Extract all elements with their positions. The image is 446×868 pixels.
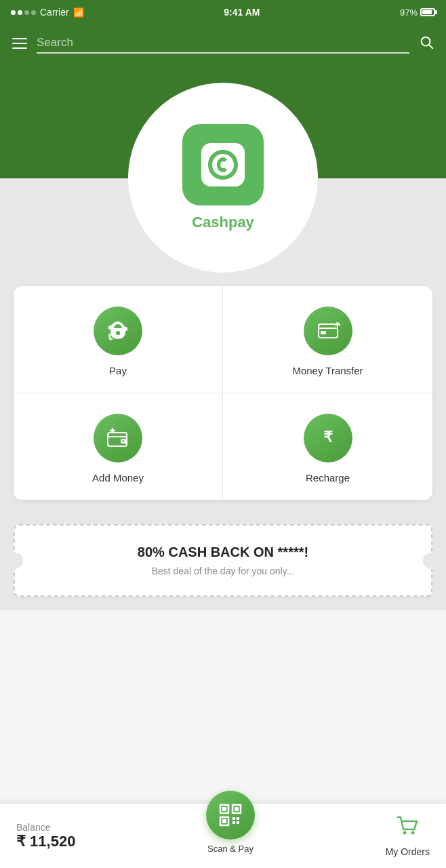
search-icon (419, 35, 434, 50)
add-money-action[interactable]: Add Money (14, 393, 223, 500)
wallet-icon-circle (94, 414, 142, 462)
status-bar: Carrier 📶 9:41 AM 97% (0, 0, 446, 24)
bottom-bar: Balance ₹ 11,520 Scan & Pay (0, 803, 446, 868)
promo-title: 80% CASH BACK ON *****! (28, 545, 418, 560)
svg-rect-14 (235, 807, 239, 811)
svg-rect-5 (321, 331, 326, 334)
transfer-icon (316, 319, 340, 343)
promo-section: 80% CASH BACK ON *****! Best deal of the… (0, 513, 446, 610)
hamburger-line-1 (12, 38, 27, 39)
pay-action[interactable]: Pay (14, 286, 223, 393)
svg-point-21 (403, 831, 407, 835)
svg-text:₹: ₹ (323, 429, 333, 446)
balance-section: Balance ₹ 11,520 (16, 822, 75, 850)
wifi-icon: 📶 (73, 7, 84, 18)
battery-fill (422, 10, 432, 14)
promo-card[interactable]: 80% CASH BACK ON *****! Best deal of the… (14, 524, 432, 597)
scan-qr-icon-circle (206, 791, 255, 840)
cashpay-logo-icon (196, 138, 250, 192)
qr-scan-icon (217, 802, 244, 829)
signal-dots (11, 10, 36, 15)
recharge-action[interactable]: ₹ Recharge (223, 393, 432, 500)
status-right: 97% (400, 7, 435, 18)
svg-rect-19 (232, 821, 235, 824)
dot-4 (31, 10, 36, 15)
promo-notch-right (423, 553, 439, 569)
hamburger-line-2 (12, 43, 27, 44)
status-left: Carrier 📶 (11, 7, 84, 18)
pay-icon (106, 319, 130, 343)
search-bar[interactable] (37, 33, 409, 54)
balance-label: Balance (16, 822, 75, 833)
cart-icon (395, 814, 420, 844)
dot-2 (18, 10, 22, 15)
hamburger-line-3 (12, 47, 27, 49)
svg-line-1 (429, 45, 432, 48)
pay-label: Pay (109, 365, 127, 376)
rupee-icon: ₹ (316, 426, 340, 450)
app-logo-box (182, 124, 264, 205)
my-orders-button[interactable]: My Orders (386, 814, 430, 857)
actions-card: Pay Money Transfer (14, 286, 432, 500)
actions-grid: Pay Money Transfer (14, 286, 432, 500)
svg-point-8 (123, 440, 125, 442)
promo-subtitle: Best deal of the day for you only... (28, 566, 418, 576)
svg-rect-20 (237, 821, 239, 824)
money-transfer-action[interactable]: Money Transfer (223, 286, 432, 393)
promo-notch-left (7, 553, 23, 569)
hero-logo-circle: Cashpay (128, 83, 318, 273)
money-transfer-label: Money Transfer (292, 365, 363, 376)
add-money-label: Add Money (92, 472, 144, 484)
search-input[interactable] (37, 33, 409, 52)
svg-rect-17 (232, 817, 235, 820)
shopping-cart-icon (395, 814, 420, 839)
svg-rect-18 (237, 817, 239, 820)
actions-section: Pay Money Transfer (0, 273, 446, 513)
transfer-icon-circle (304, 307, 352, 355)
nav-bar (0, 24, 446, 62)
rupee-icon-circle: ₹ (304, 414, 352, 462)
svg-point-22 (411, 831, 415, 835)
hero-section: Cashpay (0, 62, 446, 273)
dot-1 (11, 10, 16, 15)
dot-3 (24, 10, 29, 15)
battery-icon (420, 8, 435, 16)
balance-amount: ₹ 11,520 (16, 833, 75, 850)
status-time: 9:41 AM (224, 7, 260, 18)
wallet-icon (106, 426, 130, 450)
my-orders-label: My Orders (386, 846, 430, 857)
battery-percent: 97% (400, 7, 418, 18)
recharge-label: Recharge (306, 472, 350, 484)
app-name-label: Cashpay (192, 214, 254, 231)
scan-pay-button[interactable]: Scan & Pay (206, 791, 255, 854)
svg-rect-3 (201, 143, 245, 186)
carrier-label: Carrier (40, 7, 69, 18)
hamburger-menu-button[interactable] (12, 38, 27, 49)
svg-rect-16 (222, 819, 226, 823)
scan-pay-label: Scan & Pay (207, 844, 254, 854)
pay-icon-circle (94, 307, 142, 355)
search-button[interactable] (419, 35, 434, 53)
bottom-spacer (0, 610, 446, 678)
svg-rect-12 (222, 807, 226, 811)
